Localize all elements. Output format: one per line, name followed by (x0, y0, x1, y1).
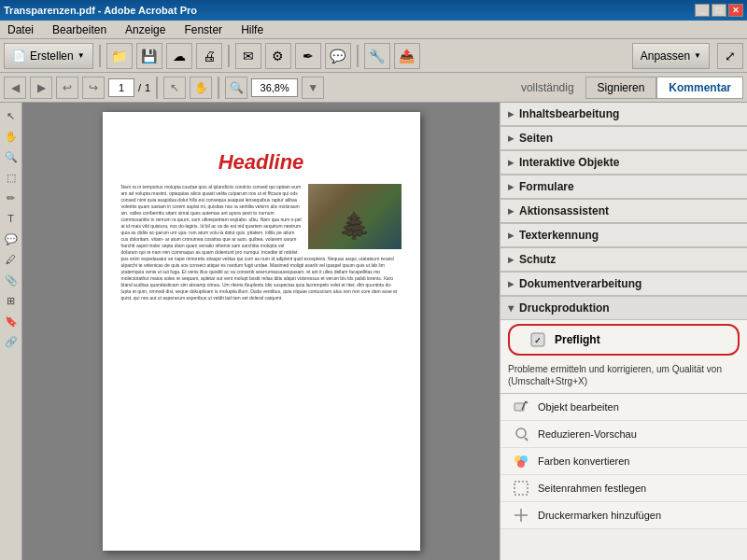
section-formulare-header[interactable]: ▶ Formulare (500, 175, 747, 199)
left-tool-attach[interactable]: 📎 (2, 271, 21, 289)
share-button[interactable]: 📤 (394, 43, 420, 69)
section-interaktive-header[interactable]: ▶ Interaktive Objekte (500, 151, 747, 175)
section-formulare: ▶ Formulare (500, 175, 747, 200)
open-button[interactable]: 📁 (106, 43, 133, 69)
section-inhaltsbearbeitung-header[interactable]: ▶ Inhaltsbearbeitung (500, 103, 747, 126)
sub-item-objekt-bearbeiten[interactable]: Objekt bearbeiten (500, 394, 747, 421)
print-button[interactable]: 🖨 (196, 43, 222, 69)
prev-page-button[interactable]: ◀ (4, 77, 26, 99)
select-tool[interactable]: ↖ (163, 77, 186, 99)
menu-datei[interactable]: Datei (4, 21, 37, 38)
titlebar-controls[interactable]: _ □ ✕ (695, 4, 743, 17)
pdf-image: 🌲 (308, 184, 402, 249)
druckermarken-icon (512, 506, 530, 525)
anpassen-label: Anpassen (641, 49, 690, 63)
objekt-bearbeiten-icon (512, 398, 530, 416)
left-tool-pen[interactable]: ✏ (2, 189, 21, 207)
view-tabs: vollständig Signieren Kommentar (510, 77, 743, 99)
next-page-button[interactable]: ▶ (30, 77, 52, 99)
titlebar-title: Transparenzen.pdf - Adobe Acrobat Pro (4, 5, 197, 16)
arrow-icon: ▶ (508, 159, 514, 167)
left-tool-comment[interactable]: 💬 (2, 230, 21, 248)
tools-button[interactable]: 🔧 (364, 43, 390, 69)
menu-bearbeiten[interactable]: Bearbeiten (49, 21, 110, 38)
left-tool-bookmark[interactable]: 🔖 (2, 312, 21, 330)
vollstaendig-tab[interactable]: vollständig (510, 77, 585, 99)
section-label: Formulare (519, 180, 574, 193)
sub-item-druckermarken[interactable]: Druckermarken hinzufügen (500, 502, 747, 529)
page-number-input[interactable] (108, 78, 134, 97)
minimize-button[interactable]: _ (695, 4, 710, 17)
anpassen-arrow-icon: ▼ (694, 51, 701, 60)
save-button[interactable]: 💾 (136, 43, 162, 69)
close-button[interactable]: ✕ (728, 4, 743, 17)
sub-item-farben-konvertieren[interactable]: Farben konvertieren (500, 448, 747, 475)
section-seiten-header[interactable]: ▶ Seiten (500, 127, 747, 150)
maximize-button[interactable]: □ (712, 4, 726, 17)
pdf-page: Headline 🌲 Nam ra in temporius molupta c… (103, 112, 420, 551)
section-aktionsassistent: ▶ Aktionsassistent (500, 200, 747, 224)
menu-hilfe[interactable]: Hilfe (237, 21, 267, 38)
signieren-tab[interactable]: Signieren (585, 77, 657, 99)
arrow-icon: ▶ (508, 183, 514, 191)
zoom-input[interactable] (251, 78, 298, 97)
preflight-icon: ✓ (529, 330, 547, 349)
sub-item-seitenrahmen[interactable]: Seitenrahmen festlegen (500, 475, 747, 502)
reduzieren-vorschau-icon (512, 425, 530, 443)
titlebar: Transparenzen.pdf - Adobe Acrobat Pro _ … (0, 0, 747, 21)
preflight-description: Probleme ermitteln und korrigieren, um Q… (500, 359, 747, 394)
left-tool-select[interactable]: ⬚ (2, 168, 21, 187)
preflight-label: Preflight (555, 333, 600, 346)
left-tool-text[interactable]: T (2, 209, 21, 228)
menu-fenster[interactable]: Fenster (180, 21, 226, 38)
back-button[interactable]: ↩ (56, 77, 78, 99)
sign-button[interactable]: ✒ (295, 43, 321, 69)
hand-tool[interactable]: ✋ (190, 77, 212, 99)
svg-point-9 (517, 460, 525, 468)
section-schutz-header[interactable]: ▶ Schutz (500, 248, 747, 272)
left-tool-zoom[interactable]: 🔍 (2, 147, 21, 166)
right-panel: ▶ Inhaltsbearbeitung ▶ Seiten ▶ Interakt… (500, 103, 747, 560)
zoom-dropdown[interactable]: ▼ (302, 77, 324, 99)
farben-icon (512, 452, 530, 470)
settings-button[interactable]: ⚙ (265, 43, 291, 69)
section-interaktive-objekte: ▶ Interaktive Objekte (500, 151, 747, 175)
kommentar-tab[interactable]: Kommentar (656, 77, 743, 99)
expand-button[interactable]: ⤢ (717, 43, 743, 69)
anpassen-button[interactable]: Anpassen ▼ (632, 43, 710, 69)
section-seiten: ▶ Seiten (500, 127, 747, 151)
canvas-area[interactable]: Headline 🌲 Nam ra in temporius molupta c… (22, 103, 500, 560)
left-tool-arrow[interactable]: ↖ (2, 106, 21, 125)
druckproduktion-header[interactable]: ▶ Druckproduktion (500, 297, 747, 320)
druckproduktion-label: Druckproduktion (519, 301, 610, 315)
erstellen-icon: 📄 (12, 49, 26, 63)
erstellen-button[interactable]: 📄 Erstellen ▼ (4, 43, 93, 69)
toolbar2: ◀ ▶ ↩ ↪ / 1 ↖ ✋ 🔍 ▼ vollständig Signiere… (0, 73, 747, 103)
menu-anzeige[interactable]: Anzeige (121, 21, 169, 38)
zoom-out-button[interactable]: 🔍 (225, 77, 247, 99)
section-schutz: ▶ Schutz (500, 248, 747, 273)
section-label: Interaktive Objekte (519, 156, 619, 169)
section-texterkennung-header[interactable]: ▶ Texterkennung (500, 224, 747, 247)
section-label: Dokumentverarbeitung (519, 277, 641, 290)
left-tool-link[interactable]: 🔗 (2, 332, 21, 351)
email-button[interactable]: ✉ (235, 43, 261, 69)
right-panel-scroll[interactable]: ▶ Inhaltsbearbeitung ▶ Seiten ▶ Interakt… (500, 103, 747, 560)
section-label: Inhaltsbearbeitung (519, 107, 619, 120)
section-dok-header[interactable]: ▶ Dokumentverarbeitung (500, 273, 747, 296)
section-label: Aktionsassistent (519, 204, 609, 217)
arrow-icon: ▶ (508, 256, 514, 264)
svg-text:✓: ✓ (534, 336, 542, 345)
left-tool-layers[interactable]: ⊞ (2, 291, 21, 310)
left-tool-hand[interactable]: ✋ (2, 127, 21, 146)
preflight-item[interactable]: ✓ Preflight (508, 324, 740, 356)
forward-button[interactable]: ↪ (82, 77, 105, 99)
sub-item-reduzieren-vorschau[interactable]: Reduzieren-Vorschau (500, 421, 747, 448)
upload-button[interactable]: ☁ (166, 43, 192, 69)
section-aktions-header[interactable]: ▶ Aktionsassistent (500, 200, 747, 223)
comment-button[interactable]: 💬 (325, 43, 351, 69)
reduzieren-label: Reduzieren-Vorschau (538, 428, 637, 440)
left-tool-stamp[interactable]: 🖊 (2, 250, 21, 269)
seitenrahmen-icon (512, 479, 530, 497)
page-separator: / (138, 82, 141, 93)
